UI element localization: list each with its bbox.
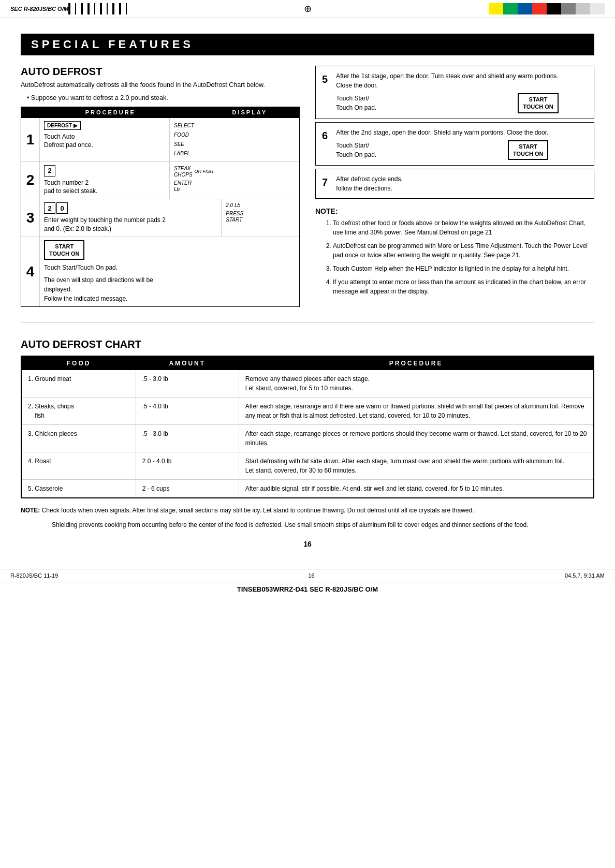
step-3-display: 2.0 Lb PRESSSTART	[222, 199, 299, 237]
step-6-row: 6 After the 2nd stage, open the door. Sh…	[322, 128, 588, 160]
procedure-cell-2: After each stage, rearrange and if there…	[239, 398, 594, 425]
registration-mark: ⊕	[304, 3, 312, 14]
step-2-display: STEAKCHOPS OR FISH ENTERLb	[170, 162, 299, 199]
right-steps: 5 After the 1st stage, open the door. Tu…	[315, 66, 594, 300]
step-7-body: After defrost cycle ends,follow the dire…	[336, 174, 403, 193]
step-2-content: 2 Touch number 2pad to select steak.	[40, 162, 170, 199]
bullet-text: • Suppose you want to defrost a 2.0 poun…	[27, 94, 300, 101]
chart-heading: AUTO DEFROST CHART	[21, 339, 594, 350]
notes-list: To defrost other food or foods above or …	[325, 218, 594, 296]
start-touch-on-button-5[interactable]: STARTTOUCH ON	[518, 93, 558, 113]
color-blocks	[489, 3, 605, 14]
main-content: SPECIAL FEATURES AUTO DEFROST AutoDefros…	[0, 18, 615, 569]
col-amount-header: AMOUNT	[136, 356, 239, 370]
step-3-content: 2 0 Enter weight by touching the number …	[40, 199, 222, 237]
note-heading: NOTE:	[315, 207, 594, 215]
step-number-1: 1	[21, 118, 40, 161]
display-steak-chops: STEAKCHOPS	[174, 165, 193, 178]
num-key-2: 2	[44, 165, 55, 176]
num-key-2b: 2	[44, 202, 55, 214]
note-item-3: Touch Custom Help when the HELP indicato…	[333, 264, 594, 273]
procedure-header: PROCEDURE	[21, 107, 200, 117]
step-number-7: 7	[322, 174, 328, 190]
col-procedure-header: PROCEDURE	[239, 356, 594, 370]
footer-left: R-820JS/BC 11-19	[10, 572, 58, 579]
note-bold-label: NOTE:	[21, 507, 42, 514]
section-divider	[21, 322, 594, 323]
intro-text: AutoDefrost automatically defrosts all t…	[21, 81, 300, 90]
amount-cell-1: .5 - 3.0 lb	[136, 370, 239, 398]
amount-cell-2: .5 - 4.0 lb	[136, 398, 239, 425]
arrow-icon: ▶	[74, 123, 78, 128]
step-6-text1: After the 2nd stage, open the door. Shie…	[336, 128, 548, 137]
page-title-box: SPECIAL FEATURES	[21, 34, 594, 55]
footer-right: 04.5.7, 9:31 AM	[565, 572, 605, 579]
defrost-key-box: DEFROST ▶	[44, 121, 81, 130]
table-row: 2. Steaks, chops fish .5 - 4.0 lb After …	[21, 398, 594, 425]
food-cell-4: 4. Roast	[21, 452, 136, 480]
table-row: 4. Roast 2.0 - 4.0 lb Start defrosting w…	[21, 452, 594, 480]
step-7-row: 7 After defrost cycle ends,follow the di…	[322, 174, 588, 193]
chart-tbody: 1. Ground meat .5 - 3.0 lb Remove any th…	[21, 370, 594, 498]
step-5-text2: Close the door.	[336, 81, 559, 90]
bullet-symbol: •	[27, 94, 31, 101]
amount-cell-4: 2.0 - 4.0 lb	[136, 452, 239, 480]
chart-note-text-2: Shielding prevents cooking from occurrin…	[52, 521, 529, 528]
num-key-0: 0	[56, 202, 68, 214]
auto-defrost-section: AUTO DEFROST AutoDefrost automatically d…	[21, 66, 594, 307]
right-column: 5 After the 1st stage, open the door. Tu…	[315, 66, 594, 307]
procedure-cell-3: After each stage, rearrange pieces or re…	[239, 425, 594, 452]
footer-bottom: TINSEB053WRRZ-D41 SEC R-820JS/BC O/M	[0, 582, 615, 596]
table-row: 4 STARTTOUCH ON Touch Start/Touch On pad…	[21, 237, 299, 307]
col-food-header: FOOD	[21, 356, 136, 370]
start-touch-on-button-6[interactable]: STARTTOUCH ON	[508, 140, 548, 160]
procedure-table: PROCEDURE DISPLAY 1 DEFROST ▶ Touch Auto…	[21, 107, 300, 307]
step-number-3: 3	[21, 199, 40, 237]
step-1-display: SELECTFOODSEELABEL	[170, 118, 299, 161]
note-item-2: AutoDefrost can be programmed with More …	[333, 241, 594, 260]
display-weight: 2.0 Lb	[226, 202, 295, 208]
step-4-text1: Touch Start/Touch On pad.	[44, 263, 295, 272]
step-5-text1: After the 1st stage, open the door. Turn…	[336, 71, 559, 81]
left-column: AUTO DEFROST AutoDefrost automatically d…	[21, 66, 300, 307]
step-4-content: STARTTOUCH ON Touch Start/Touch On pad. …	[40, 237, 299, 307]
step-1-text: Touch AutoDefrost pad once.	[44, 133, 165, 150]
chart-note-text-1: Check foods when oven signals. After fin…	[42, 507, 474, 514]
key-2: 2	[44, 165, 55, 176]
food-cell-1: 1. Ground meat	[21, 370, 136, 398]
chart-note-1: NOTE: Check foods when oven signals. Aft…	[21, 506, 594, 515]
right-step-5: 5 After the 1st stage, open the door. Tu…	[315, 66, 594, 119]
food-cell-3: 3. Chicken pieces	[21, 425, 136, 452]
display-header: DISPLAY	[200, 107, 299, 117]
step-number-6: 6	[322, 128, 328, 143]
footer-center-page: 16	[309, 572, 315, 579]
step-5-touch-text: Touch Start/Touch On pad.	[336, 94, 376, 112]
table-row: 1 DEFROST ▶ Touch AutoDefrost pad once. …	[21, 118, 299, 162]
display-enter: ENTERLb	[174, 180, 295, 192]
right-step-7: 7 After defrost cycle ends,follow the di…	[315, 169, 594, 199]
step-6-touch-row: Touch Start/Touch On pad. STARTTOUCH ON	[336, 140, 548, 160]
amount-cell-3: .5 - 3.0 lb	[136, 425, 239, 452]
chart-table: FOOD AMOUNT PROCEDURE 1. Ground meat .5 …	[21, 356, 594, 498]
start-touch-on-button-4[interactable]: STARTTOUCH ON	[44, 240, 84, 260]
step-6-body: After the 2nd stage, open the door. Shie…	[336, 128, 548, 160]
or-text: OR FISH	[195, 169, 214, 174]
note-item-4: If you attempt to enter more or less tha…	[333, 277, 594, 296]
step-5-row: 5 After the 1st stage, open the door. Tu…	[322, 71, 588, 113]
footer-center: 16	[309, 572, 315, 579]
table-row: 1. Ground meat .5 - 3.0 lb Remove any th…	[21, 370, 594, 398]
step-1-content: DEFROST ▶ Touch AutoDefrost pad once.	[40, 118, 170, 161]
amount-cell-5: 2 - 6 cups	[136, 480, 239, 498]
defrost-label: DEFROST	[47, 123, 72, 128]
chart-thead: FOOD AMOUNT PROCEDURE	[21, 356, 594, 370]
keys-2-0: 2 0	[44, 202, 68, 214]
page-number: 16	[21, 540, 594, 548]
auto-defrost-heading: AUTO DEFROST	[21, 66, 300, 78]
table-row: 5. Casserole 2 - 6 cups After audible si…	[21, 480, 594, 498]
food-cell-2: 2. Steaks, chops fish	[21, 398, 136, 425]
chart-section: AUTO DEFROST CHART FOOD AMOUNT PROCEDURE…	[21, 339, 594, 529]
note-item-1: To defrost other food or foods above or …	[333, 218, 594, 237]
display-text-1: SELECTFOODSEELABEL	[174, 121, 295, 158]
step-4-text2: The oven will stop and directions will b…	[44, 275, 295, 303]
notes-section: NOTE: To defrost other food or foods abo…	[315, 207, 594, 300]
